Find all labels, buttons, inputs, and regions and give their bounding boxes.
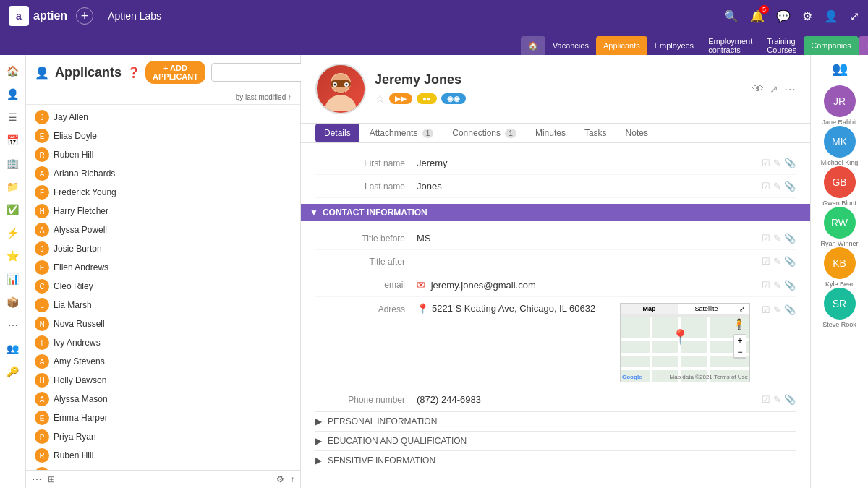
tab-minutes[interactable]: Minutes [527, 124, 574, 142]
phone-copy-icon[interactable]: 📎 [784, 394, 796, 405]
phone-check-icon[interactable]: ☑ [762, 394, 770, 405]
sidebar-folder-icon[interactable]: 📁 [3, 176, 23, 197]
tab-employees[interactable]: Employees [647, 36, 701, 55]
right-sidebar-expand-icon[interactable]: 👥 [832, 61, 848, 77]
tab-employment-contracts[interactable]: Employment contracts [701, 36, 760, 55]
sidebar-box-icon[interactable]: 📦 [3, 292, 23, 312]
tab-tasks[interactable]: Tasks [576, 124, 616, 142]
sidebar-home-icon[interactable]: 🏠 [3, 61, 23, 81]
right-sidebar-person[interactable]: MKMichael King [820, 126, 858, 166]
list-item[interactable]: RRuben Hill [26, 446, 300, 465]
list-item[interactable]: FFrederick Young [26, 183, 300, 202]
list-item[interactable]: EElias Doyle [26, 127, 300, 145]
last-name-check-icon[interactable]: ☑ [762, 181, 770, 192]
list-item[interactable]: JJosie Burton [26, 239, 300, 258]
personal-info-section[interactable]: ▶ PERSONAL INFORMATION [315, 411, 796, 431]
person-icon[interactable]: 👤 [824, 9, 838, 23]
tab-home[interactable]: 🏠 [521, 36, 545, 55]
list-item[interactable]: EEllen Andrews [26, 258, 300, 277]
list-item[interactable]: LLia Marsh [26, 296, 300, 314]
address-edit-icon[interactable]: ✎ [773, 304, 781, 315]
contact-info-section[interactable]: ▼ CONTACT INFORMATION [301, 204, 810, 221]
search-icon[interactable]: 🔍 [724, 9, 739, 23]
sensitive-section[interactable]: ▶ SENSITIVE INFORMATION [315, 450, 796, 470]
address-copy-icon[interactable]: 📎 [784, 304, 796, 315]
tab-attachments[interactable]: Attachments 1 [361, 124, 443, 142]
title-before-check-icon[interactable]: ☑ [762, 233, 770, 244]
map-zoom-in-button[interactable]: + [734, 335, 746, 346]
map-zoom-out-button[interactable]: − [734, 346, 746, 358]
tab-connections[interactable]: Connections 1 [443, 124, 525, 142]
tab-vacancies[interactable]: Vacancies [545, 36, 596, 55]
sidebar-person-icon[interactable]: 👤 [3, 84, 23, 104]
map-person-icon[interactable]: 🧍 [733, 318, 745, 330]
view-icon[interactable]: 👁 [752, 82, 764, 95]
list-item[interactable]: EEmma Harper [26, 408, 300, 427]
settings-icon[interactable]: ⚙ [276, 474, 284, 484]
tab-incidents[interactable]: Incidents [859, 36, 868, 55]
sidebar-chart-icon[interactable]: 📊 [3, 269, 23, 289]
star-rating-icon[interactable]: ☆ [375, 92, 385, 106]
last-name-edit-icon[interactable]: ✎ [773, 181, 781, 192]
help-icon[interactable]: ❓ [127, 67, 140, 78]
right-sidebar-person[interactable]: JRJane Rabbit [820, 85, 858, 126]
first-name-copy-icon[interactable]: 📎 [784, 158, 796, 168]
list-item[interactable]: HHolly Dawson [26, 371, 300, 390]
chat-icon[interactable]: 💬 [776, 9, 791, 23]
title-after-check-icon[interactable]: ☑ [762, 256, 770, 267]
expand-icon[interactable]: ⤢ [850, 9, 859, 23]
list-item[interactable]: BBentley Hudson [26, 465, 300, 470]
list-item[interactable]: PPriya Ryan [26, 427, 300, 446]
email-check-icon[interactable]: ☑ [762, 280, 770, 291]
right-sidebar-person[interactable]: SRSteve Rook [820, 288, 858, 328]
badge-yellow[interactable]: ●● [417, 93, 437, 104]
title-before-edit-icon[interactable]: ✎ [773, 233, 781, 244]
list-item[interactable]: IIvy Andrews [26, 333, 300, 352]
email-copy-icon[interactable]: 📎 [784, 280, 796, 291]
list-item[interactable]: AAmy Stevens [26, 352, 300, 371]
share-icon[interactable]: ↗ [770, 83, 778, 95]
tab-companies[interactable]: Companies [804, 36, 859, 55]
last-name-copy-icon[interactable]: 📎 [784, 181, 796, 192]
sidebar-menu-icon[interactable]: ☰ [3, 107, 23, 127]
tab-details[interactable]: Details [315, 124, 359, 142]
more-icon[interactable]: ⋯ [32, 474, 42, 485]
list-item[interactable]: NNova Russell [26, 314, 300, 333]
sidebar-user2-icon[interactable]: 👥 [3, 338, 23, 359]
map-expand-icon[interactable]: ⤢ [735, 304, 749, 314]
grid-icon[interactable]: ⊞ [48, 474, 55, 484]
badge-orange[interactable]: ▶▶ [389, 93, 412, 104]
address-check-icon[interactable]: ☑ [762, 304, 770, 315]
right-sidebar-person[interactable]: KBKyle Bear [820, 247, 858, 288]
sidebar-users-icon[interactable]: ⚡ [3, 223, 23, 243]
phone-edit-icon[interactable]: ✎ [773, 394, 781, 405]
list-item[interactable]: RRuben Hill [26, 145, 300, 164]
list-item[interactable]: CCleo Riley [26, 277, 300, 296]
refresh-icon[interactable]: ↑ [290, 474, 294, 484]
map-tab-satellite[interactable]: Satellite [678, 304, 735, 314]
tab-applicants[interactable]: Applicants [596, 36, 647, 55]
gear-icon[interactable]: ⚙ [802, 9, 812, 23]
right-sidebar-person[interactable]: RWRyan Winner [820, 207, 858, 247]
title-before-copy-icon[interactable]: 📎 [784, 233, 796, 244]
more-options-icon[interactable]: ⋯ [784, 82, 796, 96]
sidebar-building-icon[interactable]: 🏢 [3, 153, 23, 174]
sidebar-calendar-icon[interactable]: 📅 [3, 130, 23, 150]
sidebar-task-icon[interactable]: ✅ [3, 200, 23, 220]
sidebar-shield-icon[interactable]: 🔑 [3, 361, 23, 382]
list-item[interactable]: JJay Allen [26, 108, 300, 127]
list-item[interactable]: AAlyssa Mason [26, 390, 300, 408]
notification-icon[interactable]: 🔔 5 [750, 9, 765, 23]
add-button[interactable]: + [76, 7, 93, 25]
first-name-edit-icon[interactable]: ✎ [773, 158, 781, 168]
sidebar-dot-menu-icon[interactable]: ⋯ [3, 315, 23, 335]
list-item[interactable]: AAlyssa Powell [26, 221, 300, 239]
list-item[interactable]: HHarry Fletcher [26, 202, 300, 221]
right-sidebar-person[interactable]: GBGwen Blunt [820, 166, 858, 207]
sidebar-star-icon[interactable]: ⭐ [3, 246, 23, 266]
email-edit-icon[interactable]: ✎ [773, 280, 781, 291]
first-name-check-icon[interactable]: ☑ [762, 158, 770, 168]
tab-training-courses[interactable]: Training Courses [760, 36, 804, 55]
title-after-copy-icon[interactable]: 📎 [784, 256, 796, 267]
badge-blue[interactable]: ◉◉ [441, 93, 466, 104]
